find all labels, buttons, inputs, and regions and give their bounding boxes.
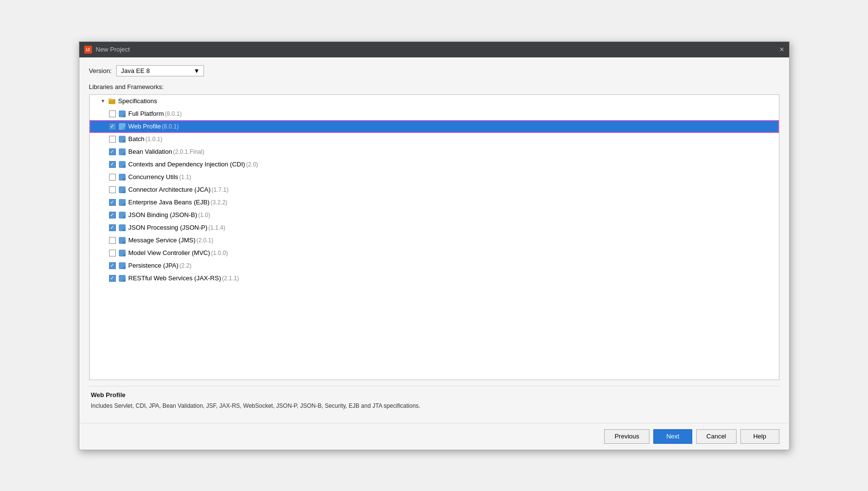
concurrency-checkbox[interactable] [109, 174, 116, 181]
mvc-checkbox[interactable] [109, 250, 116, 256]
version-dropdown-arrow: ▼ [194, 67, 200, 74]
description-title: Web Profile [91, 391, 777, 399]
tree-root-specifications[interactable]: ▼ Specifications [90, 95, 779, 108]
title-bar-left: IJ New Project [84, 46, 130, 54]
web-profile-icon [118, 123, 126, 130]
next-button[interactable]: Next [653, 429, 692, 444]
tree-item-mvc[interactable]: Model View Controller (MVC) (1.0.0) [90, 247, 779, 259]
jpa-icon [118, 262, 126, 270]
jms-label: Message Service (JMS) [129, 236, 196, 244]
json-b-checkbox[interactable]: ✓ [109, 212, 116, 218]
ejb-icon [118, 199, 126, 206]
tree-item-jms[interactable]: Message Service (JMS) (2.0.1) [90, 234, 779, 247]
title-bar: IJ New Project × [79, 42, 789, 57]
json-p-label: JSON Processing (JSON-P) [129, 224, 208, 231]
new-project-dialog: IJ New Project × Version: Java EE 8 ▼ Li… [79, 41, 790, 450]
close-icon[interactable]: × [779, 45, 784, 54]
json-p-version: (1.1.4) [208, 224, 225, 231]
jax-rs-icon [118, 274, 126, 282]
svg-rect-1 [109, 98, 111, 100]
version-select[interactable]: Java EE 8 ▼ [116, 65, 204, 76]
concurrency-version: (1.1) [179, 174, 191, 181]
tree-item-cdi[interactable]: ✓ Contexts and Dependency Injection (CDI… [90, 158, 779, 171]
tree-item-ejb[interactable]: ✓ Enterprise Java Beans (EJB) (3.2.2) [90, 196, 779, 209]
jms-version: (2.0.1) [196, 237, 213, 244]
batch-version: (1.0.1) [146, 136, 163, 143]
tree-item-json-b[interactable]: ✓ JSON Binding (JSON-B) (1.0) [90, 209, 779, 221]
cancel-button[interactable]: Cancel [696, 429, 736, 444]
connector-checkbox[interactable] [109, 186, 116, 193]
jpa-checkbox[interactable]: ✓ [109, 262, 116, 269]
tree-item-bean-validation[interactable]: ✓ Bean Validation (2.0.1.Final) [90, 145, 779, 158]
tree-item-full-platform[interactable]: Full Platform (8.0.1) [90, 108, 779, 120]
json-b-icon [118, 211, 126, 219]
batch-icon [118, 135, 126, 143]
json-p-icon [118, 224, 126, 232]
concurrency-icon [118, 173, 126, 181]
libraries-frameworks-label: Libraries and Frameworks: [89, 83, 779, 91]
jpa-label: Persistence (JPA) [129, 262, 179, 269]
ejb-label: Enterprise Java Beans (EJB) [129, 199, 210, 206]
ejb-checkbox[interactable]: ✓ [109, 199, 116, 206]
jms-checkbox[interactable] [109, 237, 116, 244]
ejb-version: (3.2.2) [210, 199, 227, 206]
bean-validation-version: (2.0.1.Final) [173, 148, 204, 155]
mvc-icon [118, 249, 126, 257]
tree-item-connector[interactable]: Connector Architecture (JCA) (1.7.1) [90, 183, 779, 196]
jax-rs-version: (2.1.1) [222, 275, 239, 282]
tree-item-jax-rs[interactable]: ✓ RESTful Web Services (JAX-RS) (2.1.1) [90, 272, 779, 285]
mvc-label: Model View Controller (MVC) [129, 249, 210, 256]
cdi-label: Contexts and Dependency Injection (CDI) [129, 161, 245, 168]
jax-rs-checkbox[interactable]: ✓ [109, 275, 116, 282]
full-platform-checkbox[interactable] [109, 110, 116, 117]
json-b-version: (1.0) [198, 212, 210, 218]
web-profile-label: Web Profile [129, 123, 161, 130]
full-platform-icon [118, 110, 126, 118]
web-profile-checkbox[interactable]: ✓ [109, 123, 116, 130]
description-text: Includes Servlet, CDI, JPA, Bean Validat… [91, 401, 777, 410]
intellij-icon: IJ [84, 46, 92, 54]
full-platform-label: Full Platform [129, 110, 164, 117]
tree-item-concurrency[interactable]: Concurrency Utils (1.1) [90, 171, 779, 183]
bean-validation-icon [118, 148, 126, 156]
tree-item-jpa[interactable]: ✓ Persistence (JPA) (2.2) [90, 259, 779, 272]
version-selected-value: Java EE 8 [121, 67, 149, 74]
dialog-title: New Project [96, 46, 130, 53]
description-area: Web Profile Includes Servlet, CDI, JPA, … [89, 386, 779, 415]
batch-label: Batch [129, 135, 145, 143]
tree-item-web-profile[interactable]: ✓ Web Profile (8.0.1) [90, 120, 779, 133]
specifications-node-label: Specifications [118, 97, 157, 105]
button-row: Previous Next Cancel Help [79, 423, 789, 450]
chevron-down-icon: ▼ [99, 97, 107, 105]
specifications-folder-icon [108, 97, 116, 105]
concurrency-label: Concurrency Utils [129, 173, 179, 181]
dialog-body: Version: Java EE 8 ▼ Libraries and Frame… [79, 57, 789, 423]
connector-version: (1.7.1) [212, 186, 229, 193]
tree-item-json-p[interactable]: ✓ JSON Processing (JSON-P) (1.1.4) [90, 221, 779, 234]
jms-icon [118, 236, 126, 244]
jpa-version: (2.2) [180, 262, 192, 269]
json-b-label: JSON Binding (JSON-B) [129, 211, 198, 218]
version-row: Version: Java EE 8 ▼ [89, 65, 779, 76]
json-p-checkbox[interactable]: ✓ [109, 224, 116, 231]
jax-rs-label: RESTful Web Services (JAX-RS) [129, 274, 221, 282]
bean-validation-checkbox[interactable]: ✓ [109, 148, 116, 155]
version-label: Version: [89, 67, 112, 74]
connector-label: Connector Architecture (JCA) [129, 186, 211, 193]
tree-item-batch[interactable]: Batch (1.0.1) [90, 133, 779, 145]
help-button[interactable]: Help [740, 429, 779, 444]
app-icon: IJ [84, 46, 92, 54]
cdi-version: (2.0) [246, 161, 258, 168]
connector-icon [118, 186, 126, 194]
libraries-tree: ▼ Specifications Full Platform (8.0.1) [89, 94, 779, 380]
previous-button[interactable]: Previous [604, 429, 649, 444]
mvc-version: (1.0.0) [211, 250, 228, 256]
full-platform-version: (8.0.1) [165, 110, 182, 117]
cdi-icon [118, 161, 126, 168]
web-profile-version: (8.0.1) [162, 123, 179, 130]
batch-checkbox[interactable] [109, 136, 116, 143]
cdi-checkbox[interactable]: ✓ [109, 161, 116, 168]
bean-validation-label: Bean Validation [129, 148, 172, 155]
